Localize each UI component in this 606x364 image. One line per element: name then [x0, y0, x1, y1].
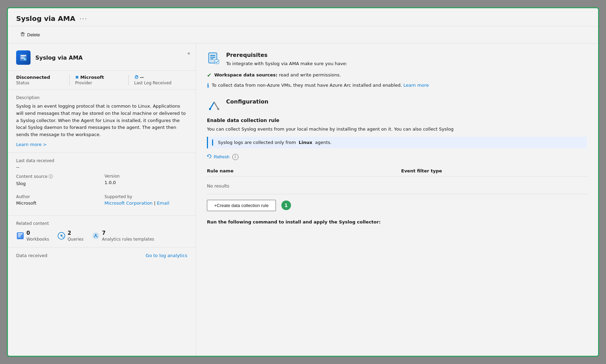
queries-count: 2 — [68, 230, 83, 236]
svg-line-18 — [62, 236, 63, 238]
bar-line-icon — [212, 139, 213, 146]
supported-by-separator: | — [153, 201, 157, 206]
col-event-filter-type: Event filter type — [401, 168, 587, 173]
svg-rect-7 — [21, 58, 24, 59]
version-value: 1.0.0 — [105, 180, 188, 185]
prereq-workspace-text: Workspace data sources: read and write p… — [214, 72, 341, 78]
svg-rect-13 — [18, 233, 23, 234]
connector-icon — [16, 50, 31, 65]
configuration-header: Configuration — [207, 98, 587, 112]
page-title: Syslog via AMA — [16, 14, 75, 23]
related-content-section: Related content 0 — [8, 216, 196, 247]
last-log-value: ⏱-- — [134, 75, 182, 80]
content-source-info-icon: ⓘ — [49, 174, 53, 179]
workbooks-icon — [16, 232, 24, 240]
svg-rect-26 — [215, 60, 219, 64]
content-source-block: Content source ⓘ Slog — [16, 174, 99, 190]
configuration-title: Configuration — [226, 98, 268, 105]
delete-button[interactable]: Delete — [16, 30, 44, 40]
main-window: Syslog via AMA ··· Delete — [7, 7, 599, 357]
status-item-provider: ✖Microsoft Provider — [69, 75, 128, 85]
prereq-item-workspace: ✔ Workspace data sources: read and write… — [207, 72, 587, 78]
prereq-learn-more-link[interactable]: Learn more — [403, 83, 429, 88]
author-block: Author Microsoft — [16, 194, 99, 210]
check-icon: ✔ — [207, 72, 211, 78]
toolbar: Delete — [8, 26, 598, 44]
left-panel: Syslog via AMA « Disconnected Status ✖Mi… — [8, 44, 196, 356]
collapse-button[interactable]: « — [187, 50, 190, 56]
connector-title: Syslog via AMA — [35, 54, 83, 61]
queries-icon — [57, 232, 66, 240]
status-item-last-log: ⏱-- Last Log Received — [128, 75, 187, 85]
svg-rect-1 — [22, 32, 23, 33]
provider-label: Provider — [75, 81, 123, 85]
workbooks-details: 0 Workbooks — [26, 230, 49, 242]
config-description: You can collect Syslog events from your … — [207, 126, 587, 133]
clock-icon: ⏱ — [134, 75, 139, 80]
svg-point-30 — [217, 108, 219, 110]
status-bar: Disconnected Status ✖Microsoft Provider … — [8, 71, 196, 90]
refresh-label: Refresh — [214, 154, 230, 159]
more-options-button[interactable]: ··· — [79, 15, 87, 22]
svg-rect-5 — [21, 55, 26, 56]
related-content-label: Related content — [16, 221, 187, 226]
svg-line-27 — [210, 102, 214, 109]
refresh-row: Refresh i — [207, 154, 587, 160]
main-content: Syslog via AMA « Disconnected Status ✖Mi… — [8, 44, 598, 356]
configuration-icon — [207, 98, 221, 112]
supported-by-link2[interactable]: Email — [157, 201, 169, 206]
meta-grid: Content source ⓘ Slog Version 1.0.0 Auth… — [16, 174, 187, 210]
panel-header: Syslog via AMA « — [8, 44, 196, 71]
analytics-rules-icon — [92, 232, 100, 240]
configuration-section: Configuration Enable data collection rul… — [207, 98, 587, 225]
content-source-value: Slog — [16, 181, 99, 186]
prerequisites-section: Prerequisites To integrate with Syslog v… — [207, 52, 587, 89]
learn-more-link[interactable]: Learn more > — [16, 142, 47, 147]
queries-label: Queries — [68, 237, 83, 242]
svg-rect-14 — [18, 235, 21, 236]
workbooks-item[interactable]: 0 Workbooks — [16, 230, 49, 242]
provider-value: ✖Microsoft — [75, 75, 123, 80]
col-rule-name: Rule name — [207, 168, 393, 173]
last-data-label: Last data received — [16, 158, 187, 163]
svg-rect-15 — [18, 236, 21, 237]
linux-info-bar: Syslog logs are collected only from Linu… — [207, 137, 587, 148]
prerequisites-icon — [207, 52, 221, 65]
trash-icon — [20, 32, 25, 38]
table-info-icon[interactable]: i — [232, 154, 238, 160]
configuration-content: Configuration — [226, 98, 268, 108]
refresh-icon — [207, 154, 212, 160]
title-bar: Syslog via AMA ··· — [8, 8, 598, 26]
version-label: Version — [105, 174, 188, 179]
supported-by-block: Supported by Microsoft Corporation | Ema… — [105, 194, 188, 210]
prereq-workspace-bold: Workspace data sources: — [214, 72, 277, 77]
analytics-rules-label: Analytics rules templates — [102, 237, 154, 242]
no-results-text: No results — [207, 182, 587, 190]
svg-point-20 — [95, 234, 96, 235]
supported-by-label: Supported by — [105, 194, 188, 199]
connection-status-label: Status — [16, 81, 64, 85]
run-command-title: Run the following command to install and… — [207, 219, 587, 225]
analytics-rules-item[interactable]: 7 Analytics rules templates — [92, 230, 154, 242]
related-items-list: 0 Workbooks — [16, 230, 187, 242]
go-to-analytics-link[interactable]: Go to log analytics — [146, 253, 187, 258]
prereq-item-azure-arc: ℹ To collect data from non-Azure VMs, th… — [207, 82, 587, 89]
connection-status-value: Disconnected — [16, 75, 64, 80]
author-value: Microsoft — [16, 201, 99, 206]
prerequisites-content: Prerequisites To integrate with Syslog v… — [226, 52, 347, 66]
prerequisites-title: Prerequisites — [226, 52, 347, 58]
queries-details: 2 Queries — [68, 230, 83, 242]
author-label: Author — [16, 194, 99, 199]
queries-item[interactable]: 2 Queries — [57, 230, 83, 242]
status-item-connection: Disconnected Status — [16, 75, 69, 85]
supported-by-link1[interactable]: Microsoft Corporation — [105, 201, 153, 206]
prerequisites-header: Prerequisites To integrate with Syslog v… — [207, 52, 587, 66]
description-label: Description — [16, 95, 187, 100]
provider-icon: ✖ — [75, 75, 79, 80]
version-block: Version 1.0.0 — [105, 174, 188, 190]
content-source-label: Content source ⓘ — [16, 174, 99, 180]
refresh-button[interactable]: Refresh — [207, 154, 230, 160]
table-body: No results — [207, 178, 587, 194]
create-data-collection-rule-button[interactable]: +Create data collection rule — [207, 200, 276, 211]
last-data-value: -- — [16, 165, 187, 170]
